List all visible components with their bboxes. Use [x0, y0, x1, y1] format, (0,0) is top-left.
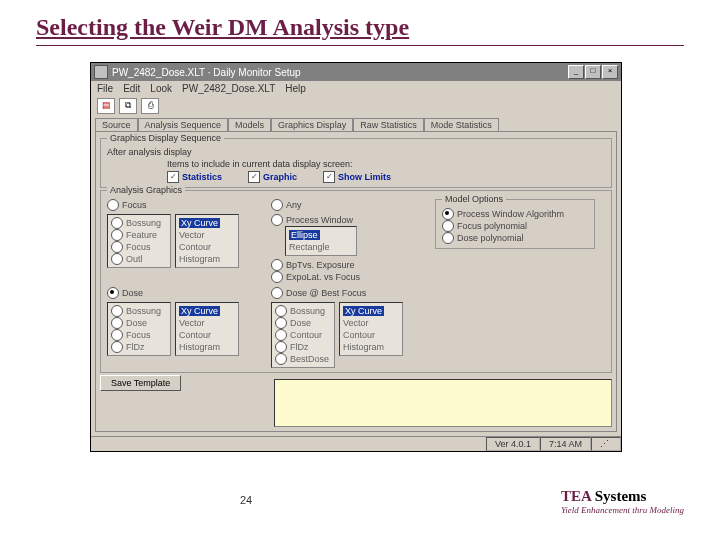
tab-analysis-sequence[interactable]: Analysis Sequence	[138, 118, 229, 131]
statusbar: Ver 4.0.1 7:14 AM ⋰	[91, 436, 621, 451]
item-histogram-2[interactable]: Histogram	[179, 341, 235, 353]
titlebar: PW_2482_Dose.XLT · Daily Monitor Setup _…	[91, 63, 621, 81]
resize-grip-icon[interactable]: ⋰	[591, 437, 621, 451]
radio-feature-1[interactable]	[111, 229, 123, 241]
radio-expolat[interactable]	[271, 271, 283, 283]
label-focus: Focus	[122, 200, 147, 210]
radio-fl-contour[interactable]	[275, 329, 287, 341]
group-graphics-display-sequence: Graphics Display Sequence After analysis…	[100, 138, 612, 188]
item-contour-2[interactable]: Contour	[179, 329, 235, 341]
minimize-button[interactable]: _	[568, 65, 584, 79]
radio-fl-dose[interactable]	[275, 317, 287, 329]
dose-list[interactable]: Bossung Dose Focus FlDz	[107, 302, 171, 356]
item-xycurve-1[interactable]: Xy Curve	[179, 218, 220, 228]
item-contour-1[interactable]: Contour	[179, 241, 235, 253]
item-histogram-1[interactable]: Histogram	[179, 253, 235, 265]
label-model-dp: Dose polynomial	[457, 233, 524, 243]
item-focus-1: Focus	[126, 241, 151, 253]
app-icon	[94, 65, 108, 79]
checkbox-show-limits[interactable]	[323, 171, 335, 183]
tab-raw-statistics[interactable]: Raw Statistics	[353, 118, 424, 131]
radio-outl-1[interactable]	[111, 253, 123, 265]
copy-icon[interactable]: ⧉	[119, 98, 137, 114]
item-focus-2: Focus	[126, 329, 151, 341]
legend-model-options: Model Options	[442, 194, 506, 204]
radio-bossung-2[interactable]	[111, 305, 123, 317]
radio-dose-best[interactable]	[271, 287, 283, 299]
after-analysis-label: After analysis display	[107, 147, 605, 157]
radio-any[interactable]	[271, 199, 283, 211]
group-legend-gds: Graphics Display Sequence	[107, 133, 224, 143]
radio-focus[interactable]	[107, 199, 119, 211]
label-bptvs: BpTvs. Exposure	[286, 260, 355, 270]
save-template-button[interactable]: Save Template	[100, 375, 181, 391]
logo-tea: TEA	[561, 488, 591, 504]
radio-fl-bestdose[interactable]	[275, 353, 287, 365]
label-show-limits: Show Limits	[338, 172, 391, 182]
radio-process-window[interactable]	[271, 214, 283, 226]
radio-dose-2[interactable]	[111, 317, 123, 329]
toolbar: ▤ ⧉ ⎙	[91, 96, 621, 116]
company-logo: TEA Systems Yield Enhancement thru Model…	[561, 488, 684, 515]
focus-vector-list[interactable]: Xy Curve Vector Contour Histogram	[175, 214, 239, 268]
item-xycurve-3[interactable]: Xy Curve	[343, 306, 384, 316]
tab-graphics-display[interactable]: Graphics Display	[271, 118, 353, 131]
radio-model-fp[interactable]	[442, 220, 454, 232]
group-analysis-graphics: Analysis Graphics Focus Bossung Feature …	[100, 190, 612, 373]
dose-vector-list[interactable]: Xy Curve Vector Contour Histogram	[175, 302, 239, 356]
group-legend-ag: Analysis Graphics	[107, 185, 185, 195]
menu-help[interactable]: Help	[285, 83, 306, 94]
item-fl-fldz: FlDz	[290, 341, 309, 353]
label-dose: Dose	[122, 288, 143, 298]
label-any: Any	[286, 200, 302, 210]
open-icon[interactable]: ▤	[97, 98, 115, 114]
menu-doc[interactable]: PW_2482_Dose.XLT	[182, 83, 275, 94]
item-vector-2[interactable]: Vector	[179, 317, 235, 329]
item-fl-bestdose: BestDose	[290, 353, 329, 365]
pw-shape-list[interactable]: Ellipse Rectangle	[285, 226, 357, 256]
log-output	[274, 379, 612, 427]
item-histogram-3[interactable]: Histogram	[343, 341, 399, 353]
tab-strip: Source Analysis Sequence Models Graphics…	[91, 118, 621, 131]
radio-fl-fldz[interactable]	[275, 341, 287, 353]
item-ellipse[interactable]: Ellipse	[289, 230, 320, 240]
menu-file[interactable]: File	[97, 83, 113, 94]
dosebest-vector-list[interactable]: Xy Curve Vector Contour Histogram	[339, 302, 403, 356]
close-button[interactable]: ×	[602, 65, 618, 79]
dosebest-list[interactable]: Bossung Dose Contour FlDz BestDose	[271, 302, 335, 368]
window-title: PW_2482_Dose.XLT · Daily Monitor Setup	[112, 67, 568, 78]
radio-focus-1[interactable]	[111, 241, 123, 253]
menu-edit[interactable]: Edit	[123, 83, 140, 94]
item-contour-3[interactable]: Contour	[343, 329, 399, 341]
maximize-button[interactable]: □	[585, 65, 601, 79]
item-dose-2: Dose	[126, 317, 147, 329]
menu-look[interactable]: Look	[150, 83, 172, 94]
radio-fl-bossung[interactable]	[275, 305, 287, 317]
radio-model-dp[interactable]	[442, 232, 454, 244]
radio-bossung-1[interactable]	[111, 217, 123, 229]
status-time: 7:14 AM	[540, 437, 591, 451]
item-outl-1: Outl	[126, 253, 143, 265]
label-statistics: Statistics	[182, 172, 222, 182]
radio-focus-2[interactable]	[111, 329, 123, 341]
tab-mode-statistics[interactable]: Mode Statistics	[424, 118, 499, 131]
item-vector-1[interactable]: Vector	[179, 229, 235, 241]
tab-source[interactable]: Source	[95, 118, 138, 131]
radio-dose[interactable]	[107, 287, 119, 299]
item-fl-bossung: Bossung	[290, 305, 325, 317]
item-vector-3[interactable]: Vector	[343, 317, 399, 329]
item-rectangle[interactable]: Rectangle	[289, 241, 353, 253]
checkbox-statistics[interactable]	[167, 171, 179, 183]
checkbox-graphic[interactable]	[248, 171, 260, 183]
tab-models[interactable]: Models	[228, 118, 271, 131]
print-icon[interactable]: ⎙	[141, 98, 159, 114]
radio-fldz-2[interactable]	[111, 341, 123, 353]
label-model-fp: Focus polynomial	[457, 221, 527, 231]
logo-tagline: Yield Enhancement thru Modeling	[561, 505, 684, 515]
radio-model-pwa[interactable]	[442, 208, 454, 220]
item-xycurve-2[interactable]: Xy Curve	[179, 306, 220, 316]
radio-bptvs[interactable]	[271, 259, 283, 271]
logo-systems: Systems	[591, 488, 646, 504]
focus-list[interactable]: Bossung Feature Focus Outl	[107, 214, 171, 268]
tab-panel: Graphics Display Sequence After analysis…	[95, 131, 617, 432]
